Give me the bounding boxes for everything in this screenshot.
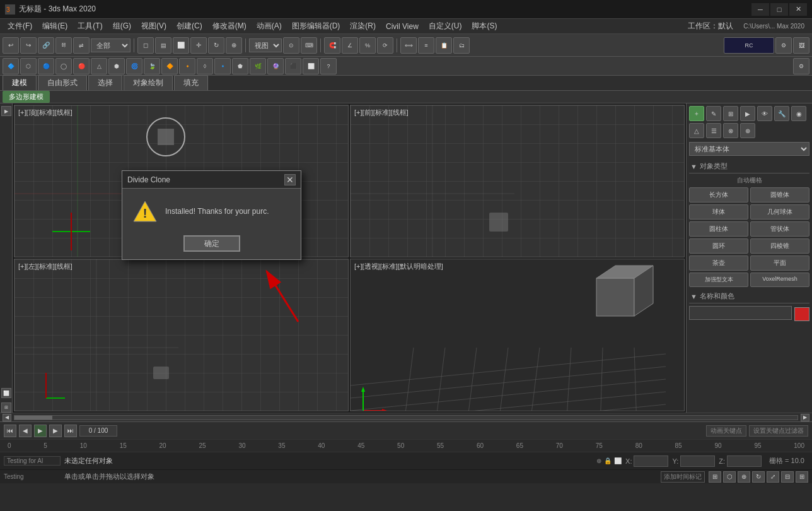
play-btn[interactable]: ▶ <box>34 425 47 437</box>
auto-keyframe-btn[interactable]: 动画关键点 <box>706 425 746 437</box>
tool2-btn-13[interactable]: 🔹 <box>214 58 231 74</box>
obj-cone[interactable]: 圆锥体 <box>750 187 809 203</box>
scroll-thumb[interactable] <box>14 416 52 420</box>
viewport-left[interactable]: [+][左][标准][线框] <box>14 259 349 411</box>
use-pivot-button[interactable]: ⊙ <box>283 37 299 54</box>
standard-basic-dropdown[interactable]: 标准基本体 <box>689 142 809 156</box>
left-panel-btn-3[interactable]: ⊞ <box>1 402 11 413</box>
tool2-btn-14[interactable]: ⬟ <box>232 58 248 74</box>
y-input[interactable] <box>680 455 715 467</box>
tool2-extra-1[interactable]: ⚙ <box>793 58 809 74</box>
workspace-label[interactable]: 工作区：默认 <box>683 20 738 33</box>
nav-btn-1[interactable]: ⊞ <box>709 471 721 483</box>
obj-teapot[interactable]: 茶壶 <box>689 256 748 271</box>
rp-modify-btn[interactable]: ✎ <box>706 106 721 121</box>
nav-btn-3[interactable]: ⊕ <box>738 471 750 483</box>
close-button[interactable]: ✕ <box>789 3 807 16</box>
rp-utility-btn[interactable]: 🔧 <box>774 106 789 121</box>
menu-customize[interactable]: 自定义(U) <box>424 20 467 33</box>
menu-animation[interactable]: 动画(A) <box>252 20 287 33</box>
tool2-btn-1[interactable]: 🔷 <box>3 58 19 74</box>
bind-to-space-button[interactable]: ⇌ <box>73 37 90 54</box>
percent-snap-button[interactable]: % <box>359 37 376 54</box>
select-and-scale-button[interactable]: ⊕ <box>226 37 242 54</box>
nav-btn-5[interactable]: ⤢ <box>767 471 779 483</box>
obj-plane[interactable]: 平面 <box>750 256 809 271</box>
rp-create-btn[interactable]: + <box>689 106 704 121</box>
scroll-left-btn[interactable]: ◀ <box>3 414 11 421</box>
align-button[interactable]: ≡ <box>418 37 434 54</box>
tool2-btn-16[interactable]: 🔮 <box>267 58 284 74</box>
frame-counter[interactable]: 0 / 100 <box>79 425 117 437</box>
left-panel-btn-1[interactable]: ▶ <box>1 106 11 116</box>
viewport-front[interactable]: [+][前][标准][线框] <box>350 105 685 257</box>
keyboard-shortcut-button[interactable]: ⌨ <box>301 37 317 54</box>
tab-populate[interactable]: 填充 <box>174 75 208 90</box>
rp-extra-3[interactable]: ☰ <box>706 123 721 138</box>
tab-freeform[interactable]: 自由形式 <box>38 75 87 90</box>
menu-view[interactable]: 视图(V) <box>136 20 171 33</box>
tab-paintdeform[interactable]: 对象绘制 <box>124 75 173 90</box>
scroll-right-btn[interactable]: ▶ <box>801 414 809 421</box>
z-input[interactable] <box>727 455 762 467</box>
select-and-rotate-button[interactable]: ↻ <box>208 37 224 54</box>
rp-extra-1[interactable]: ◉ <box>791 106 806 121</box>
tool2-btn-3[interactable]: 🔵 <box>38 58 54 74</box>
menu-modifier[interactable]: 修改器(M) <box>207 20 252 33</box>
minimize-button[interactable]: ─ <box>751 3 769 16</box>
object-color-box[interactable] <box>794 307 809 321</box>
selection-filter-dropdown[interactable]: 全部 几何体 图形 <box>91 38 130 52</box>
select-and-move-button[interactable]: ✛ <box>190 37 207 54</box>
snap-toggle-button[interactable]: 🧲 <box>324 37 340 54</box>
obj-torus[interactable]: 圆环 <box>689 238 748 254</box>
link-button[interactable]: 🔗 <box>38 37 54 54</box>
render-setup-button[interactable]: RC <box>724 37 774 54</box>
layer-manager-button[interactable]: 📋 <box>436 37 452 54</box>
dialog-close-button[interactable]: ✕ <box>284 174 296 185</box>
nav-btn-7[interactable]: ⊞ <box>796 471 808 483</box>
next-frame-btn[interactable]: ▶ <box>49 425 62 437</box>
menu-graph-editor[interactable]: 图形编辑器(D) <box>287 20 345 33</box>
tool2-btn-17[interactable]: ⬛ <box>285 58 301 74</box>
rp-extra-4[interactable]: ⊗ <box>723 123 738 138</box>
obj-pyramid[interactable]: 四棱锥 <box>750 238 809 254</box>
go-to-end-btn[interactable]: ⏭ <box>64 425 77 437</box>
tool2-btn-5[interactable]: 🔴 <box>73 58 90 74</box>
tool2-btn-6[interactable]: △ <box>91 58 107 74</box>
viewport-perspective[interactable]: [+][透视][标准][默认明暗处理] <box>350 259 685 411</box>
rp-extra-2[interactable]: △ <box>689 123 704 138</box>
scroll-track[interactable] <box>14 415 798 420</box>
angle-snap-button[interactable]: ∠ <box>342 37 358 54</box>
menu-tools[interactable]: 工具(T) <box>72 20 107 33</box>
tool2-btn-4[interactable]: ◯ <box>55 58 72 74</box>
obj-voxel[interactable]: VoxelRemesh <box>750 273 809 287</box>
mirror-button[interactable]: ⟺ <box>400 37 417 54</box>
obj-tube[interactable]: 管状体 <box>750 221 809 237</box>
nav-btn-2[interactable]: ⬡ <box>723 471 736 483</box>
tab-modeling[interactable]: 建模 <box>3 75 37 90</box>
obj-box[interactable]: 长方体 <box>689 187 748 203</box>
unlink-button[interactable]: ⛓ <box>55 37 72 54</box>
tool2-btn-11[interactable]: 🔸 <box>179 58 195 74</box>
rp-extra-5[interactable]: ⊕ <box>740 123 755 138</box>
maximize-button[interactable]: □ <box>770 3 788 16</box>
tool2-btn-10[interactable]: 🔶 <box>161 58 178 74</box>
object-name-input[interactable] <box>689 306 792 320</box>
menu-render[interactable]: 渲染(R) <box>345 20 381 33</box>
undo-button[interactable]: ↩ <box>3 37 19 54</box>
menu-civil-view[interactable]: Civil View <box>381 21 424 32</box>
tool2-btn-18[interactable]: ⬜ <box>303 58 319 74</box>
set-key-btn[interactable]: 设置关键点过滤器 <box>749 425 808 437</box>
render-frame-button[interactable]: 🖼 <box>793 37 809 54</box>
rp-motion-btn[interactable]: ▶ <box>740 106 755 121</box>
subtab-poly-modeling[interactable]: 多边形建模 <box>3 91 50 103</box>
select-by-name-button[interactable]: ▤ <box>155 37 171 54</box>
menu-scripting[interactable]: 脚本(S) <box>467 20 502 33</box>
tool2-btn-15[interactable]: 🌿 <box>250 58 266 74</box>
nav-btn-4[interactable]: ↻ <box>752 471 765 483</box>
menu-group[interactable]: 组(G) <box>108 20 136 33</box>
obj-geosphere[interactable]: 几何球体 <box>750 204 809 220</box>
tool2-btn-9[interactable]: 🍃 <box>144 58 160 74</box>
rp-display-btn[interactable]: 👁 <box>757 106 772 121</box>
scene-explorer-button[interactable]: 🗂 <box>453 37 470 54</box>
